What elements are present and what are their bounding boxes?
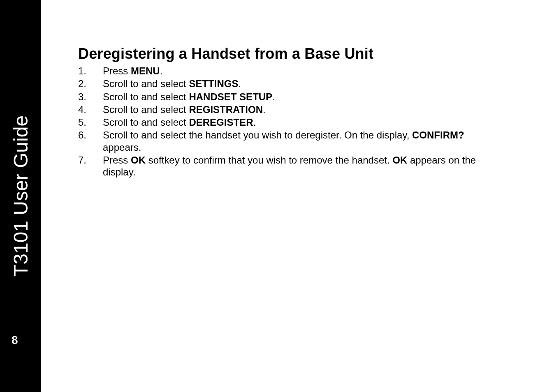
- instruction-text: Scroll to and select: [103, 78, 189, 89]
- sidebar: T3101 User Guide 8: [0, 0, 41, 392]
- page: T3101 User Guide 8 Deregistering a Hands…: [0, 0, 547, 392]
- instruction-text: Press: [103, 154, 131, 166]
- instruction-step: Scroll to and select SETTINGS.: [78, 78, 489, 90]
- content-area: Deregistering a Handset from a Base Unit…: [41, 0, 547, 392]
- instruction-keyword: OK: [392, 154, 407, 166]
- instruction-keyword: MENU: [131, 65, 160, 76]
- instruction-text: .: [272, 91, 275, 102]
- instruction-text: Press: [103, 65, 131, 76]
- document-title: T3101 User Guide: [9, 115, 32, 277]
- instruction-list: Press MENU.Scroll to and select SETTINGS…: [78, 65, 489, 178]
- instruction-step: Press MENU.: [78, 65, 489, 77]
- instruction-keyword: CONFIRM?: [412, 129, 464, 141]
- instruction-text: .: [238, 78, 241, 89]
- instruction-step: Scroll to and select the handset you wis…: [78, 129, 489, 153]
- instruction-keyword: HANDSET SETUP: [189, 91, 272, 102]
- instruction-keyword: SETTINGS: [189, 78, 238, 89]
- instruction-text: Scroll to and select the handset you wis…: [103, 129, 412, 141]
- instruction-text: .: [160, 65, 163, 76]
- instruction-step: Press OK softkey to confirm that you wis…: [78, 154, 489, 178]
- instruction-text: Scroll to and select: [103, 117, 189, 128]
- instruction-step: Scroll to and select HANDSET SETUP.: [78, 91, 489, 103]
- instruction-keyword: OK: [131, 154, 146, 166]
- section-heading: Deregistering a Handset from a Base Unit: [78, 45, 510, 62]
- instruction-text: Scroll to and select: [103, 91, 189, 102]
- instruction-text: Scroll to and select: [103, 104, 189, 115]
- instruction-text: appears.: [103, 142, 141, 153]
- instruction-keyword: REGISTRATION: [189, 104, 263, 115]
- instruction-text: .: [263, 104, 266, 115]
- instruction-step: Scroll to and select DEREGISTER.: [78, 116, 489, 128]
- page-number: 8: [0, 334, 41, 347]
- instruction-text: softkey to confirm that you wish to remo…: [146, 154, 392, 166]
- instruction-keyword: DEREGISTER: [189, 117, 253, 128]
- instruction-step: Scroll to and select REGISTRATION.: [78, 104, 489, 115]
- instruction-text: .: [253, 117, 256, 128]
